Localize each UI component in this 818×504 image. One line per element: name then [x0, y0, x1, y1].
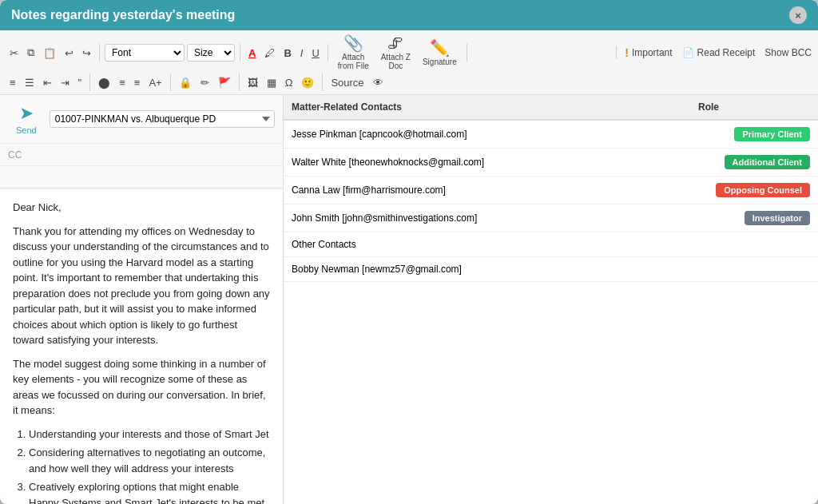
subject-row: Notes regarding yesterday's meeting	[0, 166, 283, 188]
role-badge: Primary Client	[734, 127, 810, 141]
bold-button[interactable]: B	[280, 45, 294, 62]
contact-role: Primary Client	[690, 120, 818, 149]
important-item[interactable]: ! Important	[625, 46, 672, 59]
to-select[interactable]: 01007-PINKMAN vs. Albuquerque PD	[50, 110, 275, 128]
copy-button[interactable]: ⧉	[24, 44, 38, 62]
contact-name: John Smith [john@smithinvestigations.com…	[284, 204, 690, 232]
send-icon: ➤	[19, 103, 34, 124]
section-header-row: Other Contacts	[284, 232, 818, 257]
contact-name: Walter White [theonewhoknocks@gmail.com]	[284, 149, 690, 177]
read-receipt-label: Read Receipt	[697, 47, 756, 58]
attach-z-doc-button[interactable]: 🖇 Attach ZDoc	[376, 34, 415, 72]
toolbar-row-1: ✂ ⧉ 📋 ↩ ↪ Font Size A 🖊 B I U 📎 Attachfr…	[6, 34, 812, 72]
compose-header: ➤ Send 01007-PINKMAN vs. Albuquerque PD …	[0, 95, 283, 189]
contacts-role-header: Role	[690, 95, 818, 120]
show-bcc-label: Show BCC	[764, 47, 812, 58]
important-label: Important	[632, 47, 673, 58]
separator-3	[328, 44, 328, 62]
table-row[interactable]: John Smith [john@smithinvestigations.com…	[284, 204, 818, 232]
separator-6	[170, 73, 171, 91]
send-label: Send	[16, 125, 37, 135]
contact-name: Canna Law [firm@harrismoure.com]	[284, 177, 690, 204]
subject-input[interactable]: Notes regarding yesterday's meeting	[8, 171, 275, 183]
contacts-name-header: Matter-Related Contacts	[284, 95, 690, 120]
size-select[interactable]: Size	[187, 44, 235, 62]
window-title: Notes regarding yesterday's meeting	[11, 8, 235, 22]
list-item: Considering alternatives to negotiating …	[29, 445, 270, 476]
font-select[interactable]: Font	[105, 44, 185, 62]
image-button[interactable]: 🖼	[244, 74, 261, 91]
list-item: Understanding your interests and those o…	[29, 427, 270, 442]
align-center-button[interactable]: ≡	[116, 74, 129, 91]
email-body[interactable]: Dear Nick, Thank you for attending my of…	[0, 189, 283, 504]
underline-button[interactable]: U	[308, 45, 322, 62]
body-greeting: Dear Nick,	[13, 200, 270, 216]
role-badge: Additional Client	[725, 155, 810, 169]
signature-label: Signature	[423, 58, 457, 66]
right-panel: Matter-Related Contacts Role Jesse Pinkm…	[284, 95, 818, 504]
toolbar: ✂ ⧉ 📋 ↩ ↪ Font Size A 🖊 B I U 📎 Attachfr…	[0, 30, 818, 95]
preview-button[interactable]: 👁	[370, 74, 387, 91]
show-bcc-item[interactable]: Show BCC	[764, 47, 812, 58]
emoji-button[interactable]: 🙂	[298, 74, 317, 91]
attach-z-label: Attach ZDoc	[381, 53, 411, 70]
body-para1: Thank you for attending my offices on We…	[13, 224, 270, 348]
unordered-list-button[interactable]: ☰	[22, 74, 38, 91]
undo-button[interactable]: ↩	[62, 45, 77, 62]
contacts-table: Matter-Related Contacts Role Jesse Pinkm…	[284, 95, 818, 282]
attach-file-label: Attachfrom File	[338, 53, 369, 70]
main-window: Notes regarding yesterday's meeting × ✂ …	[0, 0, 818, 504]
cc-row: CC	[0, 144, 283, 166]
table-row[interactable]: Jesse Pinkman [capncook@hotmail.com] Pri…	[284, 120, 818, 149]
separator-4	[467, 44, 467, 62]
increase-indent-button[interactable]: ⇥	[58, 74, 73, 91]
lock-button[interactable]: 🔒	[176, 74, 195, 91]
table-row[interactable]: Canna Law [firm@harrismoure.com] Opposin…	[284, 177, 818, 204]
paste-button[interactable]: 📋	[40, 45, 59, 62]
contact-role: Investigator	[690, 204, 818, 232]
role-badge: Investigator	[745, 211, 810, 225]
cc-label: CC	[8, 149, 28, 161]
italic-button[interactable]: I	[297, 45, 307, 62]
align-left-button[interactable]: ⬤	[95, 74, 113, 91]
other-contacts-header: Other Contacts	[284, 232, 818, 257]
to-row: ➤ Send 01007-PINKMAN vs. Albuquerque PD	[0, 95, 283, 144]
table-row[interactable]: Walter White [theonewhoknocks@gmail.com]…	[284, 149, 818, 177]
title-bar: Notes regarding yesterday's meeting ×	[0, 0, 818, 30]
contact-name: Jesse Pinkman [capncook@hotmail.com]	[284, 120, 690, 149]
source-label: Source	[331, 77, 363, 89]
table-button[interactable]: ▦	[264, 74, 280, 91]
table-row[interactable]: Bobby Newman [newmz57@gmail.com]	[284, 257, 818, 282]
attach-file-button[interactable]: 📎 Attachfrom File	[333, 34, 374, 72]
contact-name: Bobby Newman [newmz57@gmail.com]	[284, 257, 690, 282]
flag-button[interactable]: 🚩	[215, 74, 234, 91]
source-button[interactable]: Source	[328, 74, 367, 91]
signature-button[interactable]: ✏️ Signature	[418, 38, 462, 68]
read-receipt-item[interactable]: 📄 Read Receipt	[682, 47, 756, 58]
send-button[interactable]: ➤ Send	[8, 98, 45, 140]
ordered-list-button[interactable]: ≡	[6, 74, 19, 91]
cut-button[interactable]: ✂	[6, 45, 22, 62]
special-char-button[interactable]: Ω	[282, 74, 296, 91]
highlight-button[interactable]: 🖊	[261, 45, 278, 62]
decrease-indent-button[interactable]: ⇤	[40, 74, 55, 91]
attach-z-icon: 🖇	[387, 35, 403, 51]
styles-button[interactable]: A+	[145, 74, 165, 91]
separator-1	[99, 44, 100, 62]
font-color-button[interactable]: A	[245, 45, 259, 62]
contacts-header-row: Matter-Related Contacts Role	[284, 95, 818, 120]
cc-input[interactable]	[34, 149, 275, 161]
blockquote-button[interactable]: "	[75, 74, 85, 91]
receipt-icon: 📄	[682, 47, 694, 58]
close-button[interactable]: ×	[789, 6, 807, 24]
redo-button[interactable]: ↪	[79, 45, 94, 62]
toolbar-row-2: ≡ ☰ ⇤ ⇥ " ⬤ ≡ ≡ A+ 🔒 ✏ 🚩 🖼 ▦ Ω 🙂 Source …	[6, 73, 812, 91]
align-right-button[interactable]: ≡	[131, 74, 144, 91]
separator-8	[322, 73, 323, 91]
role-badge: Opposing Counsel	[716, 183, 810, 197]
attach-file-icon: 📎	[343, 35, 363, 51]
toolbar-right: ! Important 📄 Read Receipt Show BCC	[616, 46, 812, 59]
pencil-button[interactable]: ✏	[197, 74, 212, 91]
contact-role: Opposing Counsel	[690, 177, 818, 204]
separator-5	[89, 73, 90, 91]
